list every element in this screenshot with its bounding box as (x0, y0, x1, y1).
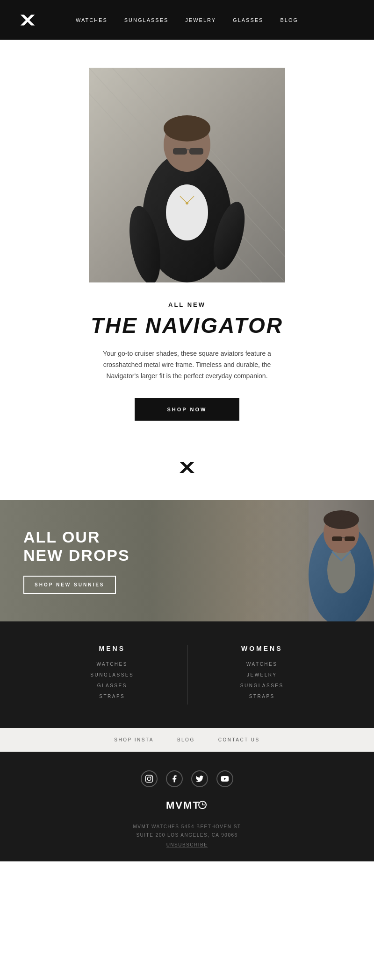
footer-column-womens: WOMENS WATCHES JEWELRY SUNGLASSES STRAPS (197, 645, 328, 705)
svg-marker-0 (21, 14, 35, 25)
hero-text: ALL NEW THE NAVIGATOR Your go-to cruiser… (91, 301, 283, 421)
svg-rect-10 (173, 148, 187, 155)
footer-womens-watches[interactable]: WATCHES (197, 662, 328, 667)
nav-sunglasses[interactable]: SUNGLASSES (124, 17, 169, 23)
nav-glasses[interactable]: GLASSES (233, 17, 263, 23)
hero-description: Your go-to cruiser shades, these square … (103, 348, 271, 381)
svg-point-31 (147, 777, 151, 781)
footer-address: MVMT WATCHES 5454 BEETHOVEN ST SUITE 200… (133, 823, 241, 839)
nav-watches[interactable]: WATCHES (76, 17, 108, 23)
svg-rect-11 (189, 148, 203, 155)
banner-section: ALL OUR NEW DROPS SHOP NEW SUNNIES (0, 500, 374, 621)
instagram-icon[interactable] (141, 770, 158, 787)
footer-womens-straps[interactable]: STRAPS (197, 694, 328, 699)
divider-mvmt-logo (178, 458, 196, 477)
svg-point-32 (151, 776, 151, 777)
footer-unsubscribe-link[interactable]: UNSUBSCRIBE (166, 842, 208, 847)
footer-brand-name: MVMT (166, 798, 208, 814)
footer-column-mens: MENS WATCHES SUNGLASSES GLASSES STRAPS (47, 645, 178, 705)
footer-mvmt-wordmark: MVMT (166, 798, 208, 811)
svg-point-25 (327, 513, 341, 524)
hero-person-illustration (89, 68, 285, 282)
social-icons (141, 770, 233, 787)
bottom-link-contact[interactable]: CONTACT US (218, 737, 260, 742)
bottom-link-shop-insta[interactable]: SHOP INSTA (114, 737, 154, 742)
hero-image (89, 68, 285, 282)
header-nav: WATCHES SUNGLASSES JEWELRY GLASSES BLOG (76, 17, 298, 23)
footer-columns: MENS WATCHES SUNGLASSES GLASSES STRAPS W… (47, 645, 327, 705)
logo-container[interactable] (19, 11, 36, 29)
footer-address-line2: SUITE 200 LOS ANGELES, CA 90066 (133, 831, 241, 839)
banner-person-image (243, 500, 374, 621)
shop-now-button[interactable]: SHOP NOW (135, 398, 240, 421)
footer-mens-straps[interactable]: STRAPS (47, 694, 178, 699)
facebook-icon[interactable] (166, 770, 183, 787)
header: WATCHES SUNGLASSES JEWELRY GLASSES BLOG (0, 0, 374, 40)
bottom-link-blog[interactable]: BLOG (177, 737, 195, 742)
svg-rect-30 (146, 776, 153, 783)
footer-mens-glasses[interactable]: GLASSES (47, 683, 178, 688)
banner-content: ALL OUR NEW DROPS SHOP NEW SUNNIES (0, 509, 153, 613)
divider-logo-section (0, 439, 374, 500)
svg-point-9 (164, 115, 210, 141)
banner-person-illustration (243, 500, 374, 621)
svg-point-22 (327, 547, 355, 593)
shop-sunnies-button[interactable]: SHOP NEW SUNNIES (23, 576, 116, 594)
footer-mens-watches[interactable]: WATCHES (47, 662, 178, 667)
hero-subtitle: ALL NEW (91, 301, 283, 308)
hero-section: ALL NEW THE NAVIGATOR Your go-to cruiser… (0, 40, 374, 439)
mvmt-logo-icon (19, 11, 36, 29)
footer-mens-sunglasses[interactable]: SUNGLASSES (47, 672, 178, 677)
footer-womens-title: WOMENS (197, 645, 328, 652)
nav-jewelry[interactable]: JEWELRY (185, 17, 216, 23)
footer-mens-title: MENS (47, 645, 178, 652)
svg-point-7 (166, 184, 208, 240)
footer-womens-sunglasses[interactable]: SUNGLASSES (197, 683, 328, 688)
footer-column-divider (187, 645, 187, 705)
nav-blog[interactable]: BLOG (280, 17, 298, 23)
footer-nav-section: MENS WATCHES SUNGLASSES GLASSES STRAPS W… (0, 621, 374, 728)
footer-womens-jewelry[interactable]: JEWELRY (197, 672, 328, 677)
svg-marker-18 (180, 462, 194, 473)
svg-point-26 (343, 514, 354, 523)
banner-title: ALL OUR NEW DROPS (23, 528, 130, 564)
footer-address-line1: MVMT WATCHES 5454 BEETHOVEN ST (133, 823, 241, 831)
svg-rect-27 (332, 536, 342, 541)
hero-title: THE NAVIGATOR (91, 313, 283, 338)
svg-text:MVMT: MVMT (166, 799, 200, 811)
bottom-links-section: SHOP INSTA BLOG CONTACT US (0, 728, 374, 752)
hero-image-bg (89, 68, 285, 282)
twitter-icon[interactable] (191, 770, 208, 787)
youtube-icon[interactable] (216, 770, 233, 787)
footer-bottom: MVMT MVMT WATCHES 5454 BEETHOVEN ST SUIT… (0, 752, 374, 861)
svg-rect-28 (345, 536, 355, 541)
